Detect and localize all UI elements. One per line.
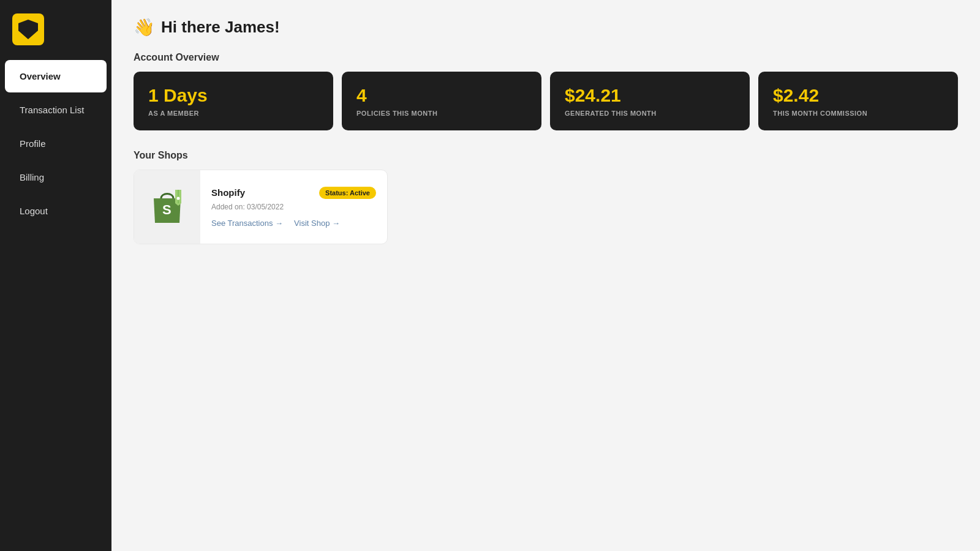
sidebar-item-logout[interactable]: Logout <box>5 195 107 227</box>
sidebar: Overview Transaction List Profile Billin… <box>0 0 111 551</box>
your-shops-title: Your Shops <box>134 150 958 161</box>
greeting-icon: 👋 <box>134 17 155 37</box>
sidebar-nav: Overview Transaction List Profile Billin… <box>0 59 111 228</box>
main-content: 👋 Hi there James! Account Overview 1 Day… <box>111 0 980 551</box>
stats-row: 1 Days As A Member 4 Policies This Month… <box>134 72 958 130</box>
page-greeting: 👋 Hi there James! <box>134 17 958 37</box>
svg-text:S: S <box>162 202 172 217</box>
stat-card-days: 1 Days As A Member <box>134 72 333 130</box>
stat-card-generated: $24.21 Generated This Month <box>550 72 750 130</box>
app-logo <box>12 13 44 45</box>
shop-name: Shopify <box>211 187 245 198</box>
svg-point-3 <box>177 197 180 200</box>
stat-label-days: As A Member <box>148 110 318 117</box>
shop-added-date: Added on: 03/05/2022 <box>211 203 376 211</box>
shop-card-shopify: S Shopify Status: Active Added on: 03/05… <box>134 170 388 244</box>
see-transactions-link[interactable]: See Transactions → <box>211 219 283 228</box>
shopify-logo: S <box>149 186 186 228</box>
stat-value-generated: $24.21 <box>565 85 735 106</box>
stat-label-commission: This Month Commission <box>773 110 943 117</box>
account-overview-section: Account Overview 1 Days As A Member 4 Po… <box>134 52 958 130</box>
sidebar-item-overview[interactable]: Overview <box>5 60 107 92</box>
shop-header: Shopify Status: Active <box>211 187 376 199</box>
stat-value-policies: 4 <box>356 85 527 106</box>
shop-links: See Transactions → Visit Shop → <box>211 219 376 228</box>
sidebar-item-transaction-list[interactable]: Transaction List <box>5 94 107 126</box>
status-badge: Status: Active <box>319 187 376 199</box>
stat-label-generated: Generated This Month <box>565 110 735 117</box>
account-overview-title: Account Overview <box>134 52 958 63</box>
stat-card-policies: 4 Policies This Month <box>342 72 541 130</box>
logo-area <box>0 0 111 59</box>
visit-shop-link[interactable]: Visit Shop → <box>294 219 340 228</box>
stat-value-days: 1 Days <box>148 85 318 106</box>
shops-section: Your Shops S <box>134 150 958 244</box>
greeting-text: Hi there James! <box>161 18 280 37</box>
sidebar-item-billing[interactable]: Billing <box>5 161 107 193</box>
stat-card-commission: $2.42 This Month Commission <box>758 72 958 130</box>
stat-label-policies: Policies This Month <box>356 110 527 117</box>
stat-value-commission: $2.42 <box>773 85 943 106</box>
sidebar-item-profile[interactable]: Profile <box>5 127 107 160</box>
shop-info: Shopify Status: Active Added on: 03/05/2… <box>200 177 387 238</box>
shop-logo-area: S <box>134 170 200 244</box>
